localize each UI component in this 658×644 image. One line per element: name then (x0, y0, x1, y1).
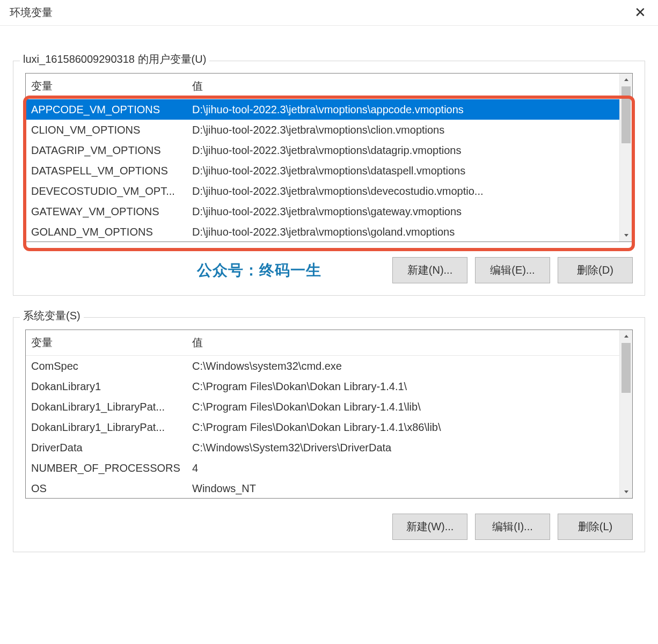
user-variables-group: luxi_161586009290318 的用户变量(U) 变量 值 APPCO… (13, 61, 645, 296)
table-row[interactable]: APPCODE_VM_OPTIONSD:\jihuo-tool-2022.3\j… (26, 99, 619, 120)
table-row[interactable]: DriverDataC:\Windows\System32\Drivers\Dr… (26, 437, 619, 458)
user-vars-list[interactable]: 变量 值 APPCODE_VM_OPTIONSD:\jihuo-tool-202… (25, 73, 633, 242)
user-vars-buttons: 公众号：终码一生 新建(N)... 编辑(E)... 删除(D) (25, 257, 633, 283)
system-vars-header: 变量 值 (26, 330, 619, 356)
system-vars-legend: 系统变量(S) (20, 309, 84, 323)
system-vars-buttons: 新建(W)... 编辑(I)... 删除(L) (25, 514, 633, 540)
watermark-text: 公众号：终码一生 (197, 260, 321, 281)
user-edit-button[interactable]: 编辑(E)... (475, 257, 550, 283)
variable-value: D:\jihuo-tool-2022.3\jetbra\vmoptions\go… (187, 222, 619, 241)
variable-name: ComSpec (26, 356, 187, 376)
variable-name: NUMBER_OF_PROCESSORS (26, 458, 187, 478)
variable-value: D:\jihuo-tool-2022.3\jetbra\vmoptions\cl… (187, 120, 619, 140)
table-row[interactable]: NUMBER_OF_PROCESSORS4 (26, 458, 619, 478)
user-new-button[interactable]: 新建(N)... (392, 257, 467, 283)
variable-value: D:\jihuo-tool-2022.3\jetbra\vmoptions\de… (187, 181, 619, 201)
variable-value: C:\Program Files\Dokan\Dokan Library-1.4… (187, 397, 619, 417)
variable-name: DATAGRIP_VM_OPTIONS (26, 140, 187, 160)
variable-name: DriverData (26, 437, 187, 458)
window-title: 环境变量 (10, 5, 53, 20)
variable-value: C:\Windows\System32\Drivers\DriverData (187, 437, 619, 458)
variable-name: CLION_VM_OPTIONS (26, 120, 187, 140)
system-vars-scrollbar[interactable] (619, 330, 632, 498)
variable-name: OS (26, 478, 187, 498)
col-header-variable[interactable]: 变量 (26, 74, 187, 99)
variable-name: DokanLibrary1 (26, 376, 187, 397)
variable-value: D:\jihuo-tool-2022.3\jetbra\vmoptions\da… (187, 140, 619, 160)
scroll-thumb[interactable] (622, 86, 631, 143)
variable-value: D:\jihuo-tool-2022.3\jetbra\vmoptions\ga… (187, 201, 619, 222)
table-row[interactable]: DokanLibrary1_LibraryPat...C:\Program Fi… (26, 417, 619, 437)
table-row[interactable]: GOLAND_VM_OPTIONSD:\jihuo-tool-2022.3\je… (26, 222, 619, 241)
scroll-down-icon[interactable] (620, 229, 632, 241)
system-variables-group: 系统变量(S) 变量 值 ComSpecC:\Windows\system32\… (13, 317, 645, 552)
user-vars-legend: luxi_161586009290318 的用户变量(U) (20, 52, 209, 67)
col-header-value[interactable]: 值 (187, 330, 619, 355)
variable-name: DokanLibrary1_LibraryPat... (26, 417, 187, 437)
variable-name: GOLAND_VM_OPTIONS (26, 222, 187, 241)
close-icon[interactable]: ✕ (629, 4, 652, 21)
system-vars-list[interactable]: 变量 值 ComSpecC:\Windows\system32\cmd.exeD… (25, 330, 633, 499)
variable-value: C:\Program Files\Dokan\Dokan Library-1.4… (187, 417, 619, 437)
variable-name: APPCODE_VM_OPTIONS (26, 99, 187, 120)
table-row[interactable]: DokanLibrary1C:\Program Files\Dokan\Doka… (26, 376, 619, 397)
variable-name: DATASPELL_VM_OPTIONS (26, 160, 187, 181)
user-vars-header: 变量 值 (26, 74, 619, 99)
system-delete-button[interactable]: 删除(L) (558, 514, 633, 540)
variable-name: GATEWAY_VM_OPTIONS (26, 201, 187, 222)
table-row[interactable]: DokanLibrary1_LibraryPat...C:\Program Fi… (26, 397, 619, 417)
table-row[interactable]: CLION_VM_OPTIONSD:\jihuo-tool-2022.3\jet… (26, 120, 619, 140)
variable-value: D:\jihuo-tool-2022.3\jetbra\vmoptions\da… (187, 160, 619, 181)
table-row[interactable]: DATASPELL_VM_OPTIONSD:\jihuo-tool-2022.3… (26, 160, 619, 181)
user-vars-scrollbar[interactable] (619, 74, 632, 241)
variable-name: DokanLibrary1_LibraryPat... (26, 397, 187, 417)
variable-value: D:\jihuo-tool-2022.3\jetbra\vmoptions\ap… (187, 99, 619, 120)
variable-value: 4 (187, 458, 619, 478)
variable-value: C:\Windows\system32\cmd.exe (187, 356, 619, 376)
variable-name: DEVECOSTUDIO_VM_OPT... (26, 181, 187, 201)
col-header-variable[interactable]: 变量 (26, 330, 187, 355)
table-row[interactable]: GATEWAY_VM_OPTIONSD:\jihuo-tool-2022.3\j… (26, 201, 619, 222)
user-delete-button[interactable]: 删除(D) (558, 257, 633, 283)
table-row[interactable]: ComSpecC:\Windows\system32\cmd.exe (26, 356, 619, 376)
titlebar: 环境变量 ✕ (0, 0, 658, 26)
table-row[interactable]: OSWindows_NT (26, 478, 619, 498)
scroll-up-icon[interactable] (620, 74, 632, 86)
variable-value: Windows_NT (187, 478, 619, 498)
system-edit-button[interactable]: 编辑(I)... (475, 514, 550, 540)
system-new-button[interactable]: 新建(W)... (392, 514, 467, 540)
table-row[interactable]: DEVECOSTUDIO_VM_OPT...D:\jihuo-tool-2022… (26, 181, 619, 201)
scroll-thumb[interactable] (622, 343, 631, 393)
col-header-value[interactable]: 值 (187, 74, 619, 99)
variable-value: C:\Program Files\Dokan\Dokan Library-1.4… (187, 376, 619, 397)
scroll-up-icon[interactable] (620, 330, 632, 343)
table-row[interactable]: DATAGRIP_VM_OPTIONSD:\jihuo-tool-2022.3\… (26, 140, 619, 160)
scroll-down-icon[interactable] (620, 485, 632, 498)
